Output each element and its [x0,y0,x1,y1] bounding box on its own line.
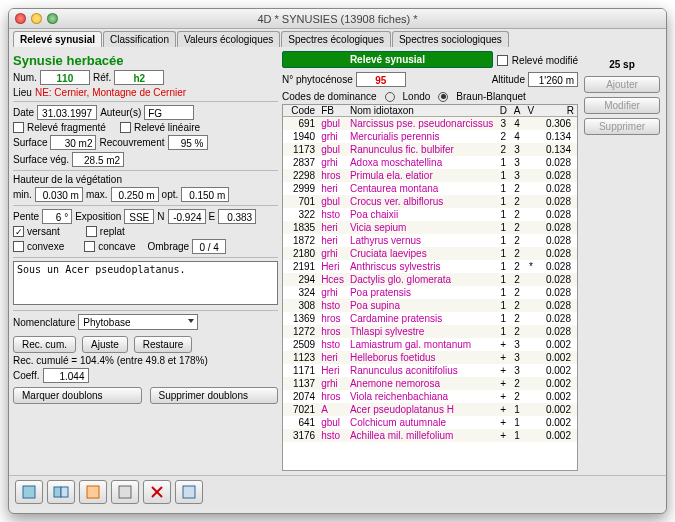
table-row[interactable]: 641gbulColchicum autumnale+10.002 [283,416,577,429]
tab-bar: Relevé synusial Classification Valeurs é… [9,31,666,47]
table-row[interactable]: 7021AAcer pseudoplatanus H+10.002 [283,403,577,416]
date-field[interactable]: 31.03.1997 [37,105,97,120]
tool-1[interactable] [15,480,43,504]
species-table: Code FB Nom idiotaxon D A V R 691gbulNar… [283,105,577,442]
window-title: 4D * SYNUSIES (13908 fiches) * [9,13,666,25]
table-row[interactable]: 294HcesDactylis glo. glomerata120.028 [283,273,577,286]
altitude-label: Altitude [492,74,525,85]
col-nom: Nom idiotaxon [347,105,496,117]
tool-2[interactable] [47,480,75,504]
tab-spectres-socio[interactable]: Spectres sociologiques [392,31,509,47]
braun-radio[interactable] [438,92,448,102]
tool-3[interactable] [79,480,107,504]
lieu-label: Lieu [13,87,32,98]
versant-checkbox[interactable] [13,226,24,237]
table-row[interactable]: 2180grhiCruciata laevipes120.028 [283,247,577,260]
table-row[interactable]: 1835heriVicia sepium120.028 [283,221,577,234]
col-code: Code [283,105,318,117]
supprimer-doublons-button[interactable]: Supprimer doublons [150,387,279,404]
pente-label: Pente [13,211,39,222]
table-row[interactable]: 1173gbulRanunculus fic. bulbifer230.134 [283,143,577,156]
convexe-checkbox[interactable] [13,241,24,252]
auteur-field[interactable]: FG [144,105,194,120]
altitude-field[interactable]: 1'260 m [528,72,578,87]
n-field[interactable]: -0.924 [168,209,206,224]
tool-delete[interactable] [143,480,171,504]
londo-label: Londo [403,91,431,102]
svg-rect-7 [183,486,195,498]
table-row[interactable]: 2074hrosViola reichenbachiana+20.002 [283,390,577,403]
notes-textarea[interactable] [13,261,278,305]
ref-label: Réf. [93,72,111,83]
table-row[interactable]: 2191HeriAnthriscus sylvestris12*0.028 [283,260,577,273]
londo-radio[interactable] [385,92,395,102]
coeff-label: Coeff. [13,370,40,381]
tool-6[interactable] [175,480,203,504]
side-pane: 25 sp Ajouter Modifier Supprimer [582,51,662,471]
table-row[interactable]: 691gbulNarcissus pse. pseudonarcissus340… [283,117,577,130]
species-table-wrap[interactable]: Code FB Nom idiotaxon D A V R 691gbulNar… [282,104,578,471]
e-field[interactable]: 0.383 [218,209,256,224]
table-row[interactable]: 308hstoPoa supina120.028 [283,299,577,312]
nomenclature-label: Nomenclature [13,317,75,328]
table-row[interactable]: 1369hrosCardamine pratensis120.028 [283,312,577,325]
table-row[interactable]: 2298hrosPrimula ela. elatior130.028 [283,169,577,182]
table-row[interactable]: 324grhiPoa pratensis120.028 [283,286,577,299]
rec-cum-line: Rec. cumulé = 104.4% (entre 49.8 et 178%… [13,355,208,366]
surface-veg-field[interactable]: 28.5 m2 [72,152,124,167]
modifier-button[interactable]: Modifier [584,97,660,114]
ombrage-field[interactable]: 0 / 4 [192,239,226,254]
phyto-field[interactable]: 95 [356,72,406,87]
replat-checkbox[interactable] [86,226,97,237]
max-field[interactable]: 0.250 m [111,187,159,202]
table-row[interactable]: 1137grhiAnemone nemorosa+20.002 [283,377,577,390]
ajouter-button[interactable]: Ajouter [584,76,660,93]
min-field[interactable]: 0.030 m [35,187,83,202]
releve-lineaire-checkbox[interactable] [120,122,131,133]
exposition-field[interactable]: SSE [124,209,154,224]
nomenclature-select[interactable]: Phytobase [78,314,198,330]
tab-releve[interactable]: Relevé synusial [13,31,102,47]
table-row[interactable]: 2999heriCentaurea montana120.028 [283,182,577,195]
coeff-field[interactable]: 1.044 [43,368,89,383]
table-row[interactable]: 1272hrosThlaspi sylvestre120.028 [283,325,577,338]
table-row[interactable]: 1123heriHelleborus foetidus+30.002 [283,351,577,364]
releve-modifie-checkbox[interactable] [497,55,508,66]
table-row[interactable]: 1940grhiMercurialis perennis240.134 [283,130,577,143]
pente-field[interactable]: 6 ° [42,209,72,224]
svg-rect-4 [119,486,131,498]
concave-checkbox[interactable] [84,241,95,252]
col-d: D [496,105,510,117]
recouvrement-field[interactable]: 95 % [168,135,208,150]
titlebar: 4D * SYNUSIES (13908 fiches) * [9,9,666,29]
rec-cum-button[interactable]: Rec. cum. [13,336,76,353]
marquer-doublons-button[interactable]: Marquer doublons [13,387,142,404]
ajuste-button[interactable]: Ajuste [82,336,128,353]
tool-4[interactable] [111,480,139,504]
releve-fragmente-checkbox[interactable] [13,122,24,133]
ref-field[interactable]: h2 [114,70,164,85]
surface-veg-label: Surface vég. [13,154,69,165]
table-row[interactable]: 1171HeriRanunculus aconitifolius+30.002 [283,364,577,377]
supprimer-button[interactable]: Supprimer [584,118,660,135]
restaure-button[interactable]: Restaure [134,336,193,353]
convexe-label: convexe [27,241,64,252]
left-pane: Synusie herbacée Num. 110 Réf. h2 Lieu N… [13,51,278,471]
app-window: 4D * SYNUSIES (13908 fiches) * Relevé sy… [8,8,667,514]
tab-spectres-eco[interactable]: Spectres écologiques [281,31,391,47]
releve-modifie-label: Relevé modifié [512,55,578,66]
lieu-value: NE: Cernier, Montagne de Cernier [35,87,186,98]
table-row[interactable]: 2837grhiAdoxa moschatellina130.028 [283,156,577,169]
tab-classification[interactable]: Classification [103,31,176,47]
table-row[interactable]: 1872heriLathyrus vernus120.028 [283,234,577,247]
phyto-label: N° phytocénose [282,74,353,85]
table-row[interactable]: 701gbulCrocus ver. albiflorus120.028 [283,195,577,208]
table-row[interactable]: 3176hstoAchillea mil. millefolium+10.002 [283,429,577,442]
table-row[interactable]: 322hstoPoa chaixii120.028 [283,208,577,221]
table-row[interactable]: 2509hstoLamiastrum gal. montanum+30.002 [283,338,577,351]
codes-dominance-label: Codes de dominance [282,91,377,102]
opt-field[interactable]: 0.150 m [181,187,229,202]
tab-valeurs[interactable]: Valeurs écologiques [177,31,280,47]
surface-field[interactable]: 30 m2 [50,135,96,150]
num-field[interactable]: 110 [40,70,90,85]
